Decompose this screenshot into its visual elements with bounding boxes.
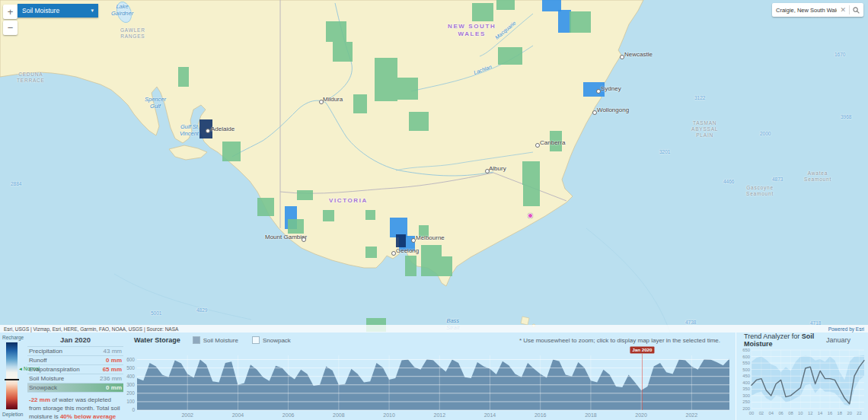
stats-table: Precipitation43 mmRunoff0 mmEvapotranspi… [27, 346, 123, 393]
zoom-in-button[interactable]: + [3, 5, 18, 19]
ramp-recharge-label: Recharge [2, 335, 24, 340]
y-tick-label: 300 [126, 382, 135, 387]
monthly-stats-panel: Jan 2020 Precipitation43 mmRunoff0 mmEva… [26, 332, 126, 420]
map-label-water: Lake Gairdner [111, 3, 133, 18]
map-label-physio: Gascoyne Seamount [746, 185, 774, 197]
city-label: Adelaide [211, 126, 235, 133]
city-dot [319, 100, 324, 104]
x-tick-label: 2008 [333, 412, 345, 418]
depth-label: 5001 [151, 310, 161, 317]
stat-row-soil-moisture: Soil Moisture236 mm [27, 374, 123, 383]
city-dot [302, 237, 306, 242]
anomaly-color-ramp [6, 342, 18, 409]
y-tick-label: 0 [132, 407, 135, 412]
depth-label: 3968 [841, 114, 851, 120]
map-attribution: Esri, USGS | Vizmap, Esri, HERE, Garmin,… [0, 325, 868, 332]
stat-row-evapotranspiration: Evapotranspiration65 mm [27, 364, 123, 374]
city-label: Canberra [540, 139, 565, 147]
legend-snowpack[interactable]: Snowpack [252, 336, 291, 344]
y-tick-label: 400 [742, 380, 750, 385]
x-tick-label: 22 [857, 411, 861, 415]
water-storage-chart-section: Water Storage Soil Moisture Snowpack * U… [126, 332, 736, 420]
layer-dropdown[interactable]: Soil Moisture ▾ [18, 4, 98, 18]
x-tick-label: 2022 [686, 412, 698, 418]
city-label: Geelong [396, 247, 419, 255]
x-tick-label: 14 [818, 411, 823, 415]
clear-search-icon[interactable]: ✕ [838, 6, 847, 14]
powered-by-esri[interactable]: Powered by Esri [828, 326, 864, 332]
x-tick-label: 04 [769, 411, 774, 415]
city-label: Mildura [323, 96, 343, 103]
y-tick-label: 650 [742, 348, 750, 352]
city-dot [391, 251, 396, 256]
search-input[interactable] [774, 6, 838, 14]
x-tick-label: 18 [838, 411, 842, 415]
stat-row-snowpack: Snowpack0 mm [27, 383, 123, 393]
map-canvas[interactable]: NEW SOUTH WALESVICTORIALake GairdnerGAWL… [0, 0, 868, 332]
city-label: Mount Gambier [265, 234, 307, 241]
depth-label: 4466 [723, 179, 734, 185]
y-tick-label: 600 [126, 357, 135, 362]
x-tick-label: 2002 [181, 412, 193, 418]
y-tick-label: 550 [742, 361, 750, 365]
city-dot [485, 169, 490, 173]
y-tick-label: 400 [126, 374, 135, 379]
zoom-out-button[interactable]: − [3, 21, 18, 35]
y-tick-label: 250 [742, 399, 750, 404]
y-tick-label: 600 [742, 355, 750, 359]
stat-row-runoff: Runoff0 mm [27, 355, 123, 364]
x-tick-label: 2018 [585, 412, 597, 418]
water-balance-app: NEW SOUTH WALESVICTORIALake GairdnerGAWL… [0, 0, 868, 420]
city-dot [592, 110, 597, 115]
search-box[interactable]: ✕ [772, 3, 863, 17]
search-icon[interactable] [851, 7, 861, 14]
map-label-river: Macquarie [494, 21, 518, 42]
map-label-physio: TASMAN ABYSSAL PLAIN [691, 120, 718, 138]
depth-label: 2000 [760, 131, 771, 137]
chevron-down-icon: ▾ [91, 8, 94, 14]
city-label: Newcastle [624, 51, 653, 59]
map-label-water: Gulf St Vincent [180, 123, 199, 138]
snowpack-swatch [252, 336, 260, 344]
depth-label: 4829 [196, 307, 207, 313]
map-label-river: Lachlan [473, 64, 493, 77]
selected-time-tag-label: Jan 2020 [632, 347, 653, 352]
city-label: Sydney [601, 85, 621, 93]
x-tick-label: 2012 [433, 412, 445, 418]
map-label-state: VICTORIA [329, 197, 368, 205]
anomaly-percent: 40% below average [60, 413, 116, 420]
search-result-marker[interactable] [528, 213, 533, 218]
water-storage-timeseries-chart[interactable]: 0100200300400500600200220042006200820102… [126, 346, 736, 420]
layer-dropdown-label: Soil Moisture [22, 7, 59, 14]
ramp-depletion-label: Depletion [2, 412, 23, 417]
x-tick-label: 10 [798, 411, 803, 415]
trend-analyzer-chart[interactable]: 2002503003504004505005506006500002040608… [736, 346, 868, 420]
current-anomaly-marker [5, 379, 19, 380]
selected-month-title: Jan 2020 [27, 334, 123, 346]
x-tick-label: 08 [788, 411, 793, 415]
x-tick-label: 02 [759, 411, 764, 415]
depth-label: 2884 [11, 181, 21, 187]
depth-label: 3201 [659, 149, 670, 155]
x-tick-label: 2014 [484, 412, 496, 418]
city-label: Albury [489, 165, 506, 173]
city-dot [411, 238, 416, 243]
legend-soil-moisture[interactable]: Soil Moisture [193, 336, 238, 344]
water-storage-title: Water Storage [134, 336, 180, 344]
map-label-physio: Awatea Seamount [804, 170, 831, 183]
city-dot [206, 129, 210, 133]
depth-label: 1670 [834, 52, 845, 58]
map-label-water: Spencer Gulf [145, 96, 166, 110]
trend-analyzer-section: Trend Analyzer for Soil Moisture January… [736, 332, 868, 420]
summary-text: -22 mm of water was depleted from storag… [27, 396, 123, 420]
y-tick-label: 450 [742, 374, 750, 378]
anomaly-legend: Recharge ◄Normal Depletion [0, 332, 26, 420]
x-tick-label: 06 [778, 411, 783, 415]
x-tick-label: 2020 [635, 412, 647, 418]
trend-month-selector[interactable]: January [826, 336, 854, 344]
map-label-physio: CEDUNA TERRACE [17, 72, 45, 84]
x-tick-label: 2010 [383, 412, 395, 418]
soil-moisture-swatch [193, 336, 200, 344]
city-dot [535, 143, 540, 148]
water-storage-header: Water Storage Soil Moisture Snowpack * U… [126, 332, 736, 346]
